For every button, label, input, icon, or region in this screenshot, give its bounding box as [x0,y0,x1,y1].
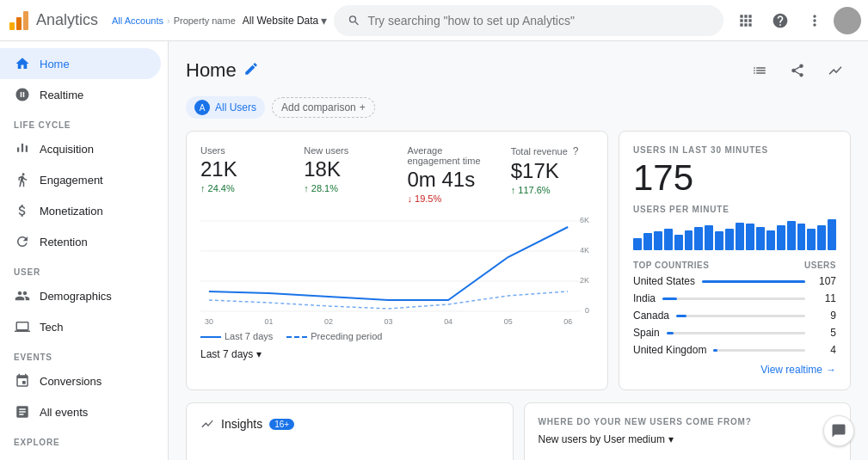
sidebar-item-home[interactable]: Home [0,48,161,79]
apps-icon-button[interactable] [730,5,761,36]
main-layout: Home Realtime LIFE CYCLE Acquisition Eng… [0,41,868,460]
metrics-row: Users 21K ↑ 24.4% New users 18K ↑ 28.1% … [200,145,594,204]
home-edit-icon[interactable] [243,61,259,80]
mini-bar-chart [633,219,836,250]
country-bar-wrap [713,349,805,352]
insights-card: Insights 16+ [186,402,514,460]
metrics-card: Users 21K ↑ 24.4% New users 18K ↑ 28.1% … [186,131,608,390]
chart-timerange-label: Last 7 days [200,348,253,360]
realtime-card: USERS IN LAST 30 MINUTES 175 USERS PER M… [619,131,851,390]
sidebar-item-realtime[interactable]: Realtime [0,79,161,110]
sidebar-item-all-events[interactable]: All events [0,396,161,427]
monetization-icon [14,202,31,219]
mini-bar [664,229,673,250]
metric-engagement: Average engagement time 0m 41s ↓ 19.5% [408,145,490,204]
view-realtime-label: View realtime [760,364,822,376]
chart-timerange-select[interactable]: Last 7 days ▾ [200,348,594,360]
country-name: Spain [633,327,660,339]
page-title-text: Home [186,59,237,82]
svg-text:03: 03 [385,317,393,326]
insights-icon [200,417,214,431]
revenue-value: $17K [511,159,594,183]
engagement-icon [14,171,31,188]
country-name: India [633,292,656,304]
insights-header: Insights 16+ [200,417,499,431]
new-users-label: New users [304,145,386,156]
add-comparison-plus: + [360,101,366,113]
country-bar [662,297,677,300]
svg-text:Sep: Sep [202,324,216,326]
main-content: Home A All Users [169,41,868,460]
sidebar-engagement-label: Engagement [40,174,103,187]
countries-header: TOP COUNTRIES USERS [633,261,836,270]
sidebar-item-analysis[interactable]: Analysis [0,451,161,460]
breadcrumb-property-name: Property name [174,15,236,26]
search-icon [348,14,360,28]
sidebar-item-retention[interactable]: Retention [0,226,161,257]
mini-bar [807,229,816,250]
users-value: 21K [200,157,283,181]
avatar[interactable] [834,7,861,34]
country-users: 5 [812,327,836,339]
mini-bar [736,223,744,250]
svg-text:05: 05 [504,317,513,326]
country-users: 4 [812,344,836,356]
revenue-help-icon[interactable]: ? [573,145,579,157]
add-comparison-button[interactable]: Add comparison + [272,97,375,118]
line-chart: 6K 4K 2K 0 30 [200,214,594,326]
timerange-chevron-icon: ▾ [256,348,262,360]
sidebar-realtime-label: Realtime [40,89,83,101]
topbar-actions [730,5,861,36]
mini-bar [715,231,723,250]
help-icon-button[interactable] [765,5,796,36]
search-input[interactable] [367,14,710,28]
conversions-icon [14,372,31,389]
revenue-label: Total revenue ? [511,145,594,157]
country-name: United Kingdom [633,344,706,356]
new-users-medium-label: New users by User medium [539,433,665,445]
new-users-change: ↑ 28.1% [304,183,386,193]
page-header: Home [186,55,851,86]
svg-text:0: 0 [585,306,589,315]
chat-fab-button[interactable] [823,415,854,446]
insights-button[interactable] [820,55,851,86]
new-users-value: 18K [304,157,386,181]
country-users: 11 [812,292,836,304]
country-bar [702,280,805,283]
acquisition-icon [14,140,31,157]
sidebar-item-engagement[interactable]: Engagement [0,164,161,195]
svg-text:02: 02 [324,317,333,326]
country-row: Canada 9 [633,310,836,322]
sidebar-all-events-label: All events [40,406,88,419]
all-users-badge[interactable]: A All Users [186,96,265,119]
svg-text:Oct: Oct [263,324,275,326]
comparison-bar: A All Users Add comparison + [186,96,851,119]
metrics-and-realtime-row: Users 21K ↑ 24.4% New users 18K ↑ 28.1% … [186,131,851,390]
svg-rect-2 [23,11,28,30]
countries-list: United States 107 India 11 Canada 9 Spai… [633,275,836,356]
share-button[interactable] [782,55,813,86]
sidebar-conversions-label: Conversions [40,375,102,388]
bottom-row: Insights 16+ WHERE DO YOUR NEW USERS COM… [186,402,851,460]
header-actions [744,55,851,86]
view-realtime-link[interactable]: View realtime → [760,364,836,376]
breadcrumb-all-accounts[interactable]: All Accounts [112,15,163,26]
sidebar-item-conversions[interactable]: Conversions [0,365,161,396]
sidebar-item-tech[interactable]: Tech [0,311,161,342]
page-title: Home [186,59,259,82]
sidebar-tech-label: Tech [40,321,63,334]
new-users-medium-select[interactable]: New users by User medium ▾ [539,433,837,445]
sidebar-item-demographics[interactable]: Demographics [0,280,161,311]
property-chevron-icon: ▾ [321,14,327,28]
sidebar-item-acquisition[interactable]: Acquisition [0,133,161,164]
revenue-change: ↑ 117.6% [511,185,594,195]
customize-report-button[interactable] [744,55,775,86]
property-value: All Website Data [243,15,318,27]
more-vert-icon-button[interactable] [799,5,830,36]
realtime-icon [14,86,31,103]
sidebar-item-monetization[interactable]: Monetization [0,195,161,226]
metric-new-users: New users 18K ↑ 28.1% [304,145,386,204]
property-select-button[interactable]: All Website Data ▾ [243,14,327,28]
new-users-title: WHERE DO YOUR NEW USERS COME FROM? [539,417,837,426]
mini-bar [766,230,775,250]
